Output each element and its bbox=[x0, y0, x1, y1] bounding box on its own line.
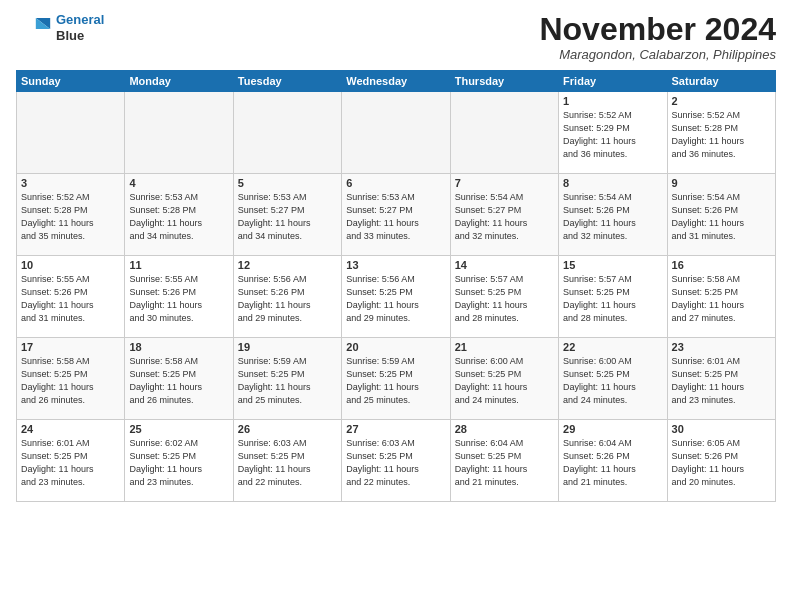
calendar-cell: 25Sunrise: 6:02 AM Sunset: 5:25 PM Dayli… bbox=[125, 420, 233, 502]
day-number: 24 bbox=[21, 423, 120, 435]
page-container: General Blue November 2024 Maragondon, C… bbox=[0, 0, 792, 510]
day-info: Sunrise: 5:59 AM Sunset: 5:25 PM Dayligh… bbox=[346, 355, 445, 407]
day-number: 19 bbox=[238, 341, 337, 353]
logo-icon bbox=[16, 14, 52, 42]
calendar-cell bbox=[233, 92, 341, 174]
day-info: Sunrise: 6:00 AM Sunset: 5:25 PM Dayligh… bbox=[563, 355, 662, 407]
day-info: Sunrise: 6:04 AM Sunset: 5:26 PM Dayligh… bbox=[563, 437, 662, 489]
calendar-cell: 13Sunrise: 5:56 AM Sunset: 5:25 PM Dayli… bbox=[342, 256, 450, 338]
day-number: 3 bbox=[21, 177, 120, 189]
day-info: Sunrise: 5:53 AM Sunset: 5:27 PM Dayligh… bbox=[346, 191, 445, 243]
calendar-week-row: 1Sunrise: 5:52 AM Sunset: 5:29 PM Daylig… bbox=[17, 92, 776, 174]
logo-text: General Blue bbox=[56, 12, 104, 43]
calendar-cell: 26Sunrise: 6:03 AM Sunset: 5:25 PM Dayli… bbox=[233, 420, 341, 502]
day-info: Sunrise: 5:53 AM Sunset: 5:27 PM Dayligh… bbox=[238, 191, 337, 243]
day-number: 9 bbox=[672, 177, 771, 189]
calendar-cell: 14Sunrise: 5:57 AM Sunset: 5:25 PM Dayli… bbox=[450, 256, 558, 338]
day-info: Sunrise: 5:53 AM Sunset: 5:28 PM Dayligh… bbox=[129, 191, 228, 243]
calendar-cell: 12Sunrise: 5:56 AM Sunset: 5:26 PM Dayli… bbox=[233, 256, 341, 338]
weekday-header-row: SundayMondayTuesdayWednesdayThursdayFrid… bbox=[17, 71, 776, 92]
calendar-cell bbox=[450, 92, 558, 174]
weekday-header-thursday: Thursday bbox=[450, 71, 558, 92]
calendar-cell bbox=[125, 92, 233, 174]
day-info: Sunrise: 5:57 AM Sunset: 5:25 PM Dayligh… bbox=[455, 273, 554, 325]
calendar-cell: 15Sunrise: 5:57 AM Sunset: 5:25 PM Dayli… bbox=[559, 256, 667, 338]
day-number: 12 bbox=[238, 259, 337, 271]
day-info: Sunrise: 5:55 AM Sunset: 5:26 PM Dayligh… bbox=[21, 273, 120, 325]
day-info: Sunrise: 6:03 AM Sunset: 5:25 PM Dayligh… bbox=[346, 437, 445, 489]
calendar-cell: 4Sunrise: 5:53 AM Sunset: 5:28 PM Daylig… bbox=[125, 174, 233, 256]
header: General Blue November 2024 Maragondon, C… bbox=[16, 12, 776, 62]
calendar-cell: 19Sunrise: 5:59 AM Sunset: 5:25 PM Dayli… bbox=[233, 338, 341, 420]
calendar-header: SundayMondayTuesdayWednesdayThursdayFrid… bbox=[17, 71, 776, 92]
calendar-cell: 18Sunrise: 5:58 AM Sunset: 5:25 PM Dayli… bbox=[125, 338, 233, 420]
day-number: 22 bbox=[563, 341, 662, 353]
calendar-cell: 30Sunrise: 6:05 AM Sunset: 5:26 PM Dayli… bbox=[667, 420, 775, 502]
day-number: 23 bbox=[672, 341, 771, 353]
day-info: Sunrise: 5:58 AM Sunset: 5:25 PM Dayligh… bbox=[21, 355, 120, 407]
day-number: 10 bbox=[21, 259, 120, 271]
day-info: Sunrise: 6:02 AM Sunset: 5:25 PM Dayligh… bbox=[129, 437, 228, 489]
day-info: Sunrise: 6:04 AM Sunset: 5:25 PM Dayligh… bbox=[455, 437, 554, 489]
day-info: Sunrise: 5:55 AM Sunset: 5:26 PM Dayligh… bbox=[129, 273, 228, 325]
day-number: 4 bbox=[129, 177, 228, 189]
day-number: 21 bbox=[455, 341, 554, 353]
day-info: Sunrise: 5:54 AM Sunset: 5:27 PM Dayligh… bbox=[455, 191, 554, 243]
calendar-cell bbox=[17, 92, 125, 174]
weekday-header-saturday: Saturday bbox=[667, 71, 775, 92]
weekday-header-sunday: Sunday bbox=[17, 71, 125, 92]
weekday-header-friday: Friday bbox=[559, 71, 667, 92]
calendar-cell: 6Sunrise: 5:53 AM Sunset: 5:27 PM Daylig… bbox=[342, 174, 450, 256]
day-number: 5 bbox=[238, 177, 337, 189]
day-info: Sunrise: 6:01 AM Sunset: 5:25 PM Dayligh… bbox=[672, 355, 771, 407]
calendar-week-row: 17Sunrise: 5:58 AM Sunset: 5:25 PM Dayli… bbox=[17, 338, 776, 420]
calendar-cell: 20Sunrise: 5:59 AM Sunset: 5:25 PM Dayli… bbox=[342, 338, 450, 420]
day-info: Sunrise: 6:00 AM Sunset: 5:25 PM Dayligh… bbox=[455, 355, 554, 407]
calendar-cell: 7Sunrise: 5:54 AM Sunset: 5:27 PM Daylig… bbox=[450, 174, 558, 256]
day-number: 28 bbox=[455, 423, 554, 435]
day-number: 16 bbox=[672, 259, 771, 271]
day-number: 2 bbox=[672, 95, 771, 107]
calendar-table: SundayMondayTuesdayWednesdayThursdayFrid… bbox=[16, 70, 776, 502]
day-number: 26 bbox=[238, 423, 337, 435]
day-number: 11 bbox=[129, 259, 228, 271]
weekday-header-tuesday: Tuesday bbox=[233, 71, 341, 92]
day-info: Sunrise: 6:03 AM Sunset: 5:25 PM Dayligh… bbox=[238, 437, 337, 489]
day-info: Sunrise: 5:52 AM Sunset: 5:29 PM Dayligh… bbox=[563, 109, 662, 161]
day-info: Sunrise: 5:52 AM Sunset: 5:28 PM Dayligh… bbox=[21, 191, 120, 243]
day-number: 29 bbox=[563, 423, 662, 435]
day-info: Sunrise: 5:57 AM Sunset: 5:25 PM Dayligh… bbox=[563, 273, 662, 325]
day-number: 20 bbox=[346, 341, 445, 353]
calendar-week-row: 10Sunrise: 5:55 AM Sunset: 5:26 PM Dayli… bbox=[17, 256, 776, 338]
calendar-cell: 27Sunrise: 6:03 AM Sunset: 5:25 PM Dayli… bbox=[342, 420, 450, 502]
calendar-cell: 8Sunrise: 5:54 AM Sunset: 5:26 PM Daylig… bbox=[559, 174, 667, 256]
day-number: 27 bbox=[346, 423, 445, 435]
title-block: November 2024 Maragondon, Calabarzon, Ph… bbox=[539, 12, 776, 62]
calendar-cell: 1Sunrise: 5:52 AM Sunset: 5:29 PM Daylig… bbox=[559, 92, 667, 174]
day-info: Sunrise: 5:56 AM Sunset: 5:25 PM Dayligh… bbox=[346, 273, 445, 325]
calendar-cell: 9Sunrise: 5:54 AM Sunset: 5:26 PM Daylig… bbox=[667, 174, 775, 256]
calendar-week-row: 3Sunrise: 5:52 AM Sunset: 5:28 PM Daylig… bbox=[17, 174, 776, 256]
day-number: 13 bbox=[346, 259, 445, 271]
location: Maragondon, Calabarzon, Philippines bbox=[539, 47, 776, 62]
day-info: Sunrise: 5:54 AM Sunset: 5:26 PM Dayligh… bbox=[563, 191, 662, 243]
calendar-body: 1Sunrise: 5:52 AM Sunset: 5:29 PM Daylig… bbox=[17, 92, 776, 502]
month-title: November 2024 bbox=[539, 12, 776, 47]
calendar-cell: 10Sunrise: 5:55 AM Sunset: 5:26 PM Dayli… bbox=[17, 256, 125, 338]
day-number: 8 bbox=[563, 177, 662, 189]
calendar-cell: 22Sunrise: 6:00 AM Sunset: 5:25 PM Dayli… bbox=[559, 338, 667, 420]
day-number: 17 bbox=[21, 341, 120, 353]
day-info: Sunrise: 6:05 AM Sunset: 5:26 PM Dayligh… bbox=[672, 437, 771, 489]
calendar-cell: 2Sunrise: 5:52 AM Sunset: 5:28 PM Daylig… bbox=[667, 92, 775, 174]
day-info: Sunrise: 5:59 AM Sunset: 5:25 PM Dayligh… bbox=[238, 355, 337, 407]
day-info: Sunrise: 6:01 AM Sunset: 5:25 PM Dayligh… bbox=[21, 437, 120, 489]
calendar-cell: 21Sunrise: 6:00 AM Sunset: 5:25 PM Dayli… bbox=[450, 338, 558, 420]
day-info: Sunrise: 5:58 AM Sunset: 5:25 PM Dayligh… bbox=[672, 273, 771, 325]
calendar-cell: 11Sunrise: 5:55 AM Sunset: 5:26 PM Dayli… bbox=[125, 256, 233, 338]
day-number: 18 bbox=[129, 341, 228, 353]
day-info: Sunrise: 5:54 AM Sunset: 5:26 PM Dayligh… bbox=[672, 191, 771, 243]
day-info: Sunrise: 5:52 AM Sunset: 5:28 PM Dayligh… bbox=[672, 109, 771, 161]
calendar-cell: 24Sunrise: 6:01 AM Sunset: 5:25 PM Dayli… bbox=[17, 420, 125, 502]
day-number: 25 bbox=[129, 423, 228, 435]
day-info: Sunrise: 5:56 AM Sunset: 5:26 PM Dayligh… bbox=[238, 273, 337, 325]
